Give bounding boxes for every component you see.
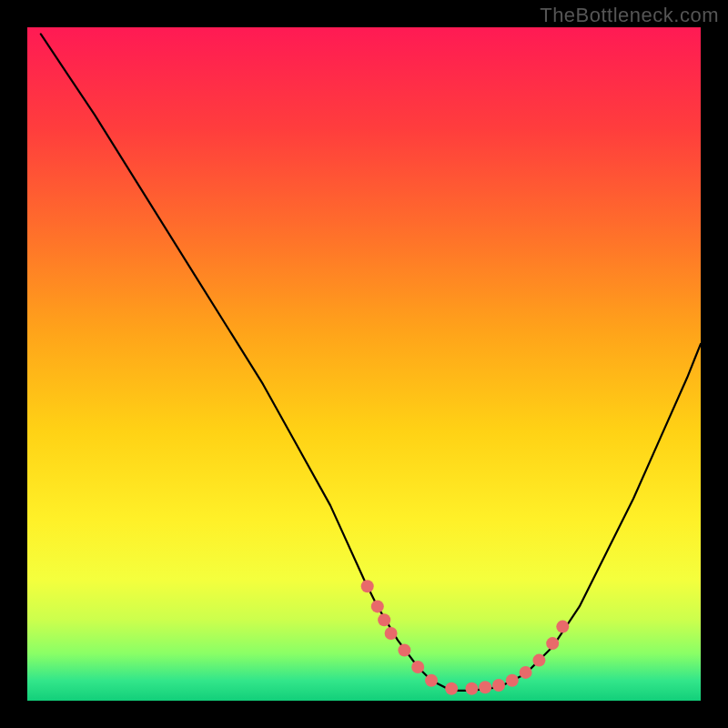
marker-dot — [520, 666, 532, 679]
marker-dot — [378, 613, 390, 626]
marker-dot — [479, 681, 491, 693]
marker-dot — [465, 682, 478, 695]
marker-dot — [492, 679, 505, 692]
watermark-text: TheBottleneck.com — [540, 4, 719, 27]
marker-dot — [371, 600, 384, 612]
marker-dot — [411, 661, 424, 673]
chart-stage: TheBottleneck.com — [0, 0, 728, 728]
marker-dot — [546, 637, 559, 650]
gradient-background — [27, 27, 701, 701]
plot-area — [27, 27, 701, 701]
marker-dot — [445, 682, 458, 695]
marker-dot — [532, 654, 545, 667]
marker-dot — [556, 621, 569, 633]
marker-dot — [385, 627, 398, 640]
marker-dot — [506, 674, 519, 687]
marker-dot — [398, 644, 410, 657]
marker-dot — [361, 580, 374, 592]
chart-svg — [27, 27, 701, 701]
marker-dot — [425, 674, 438, 687]
